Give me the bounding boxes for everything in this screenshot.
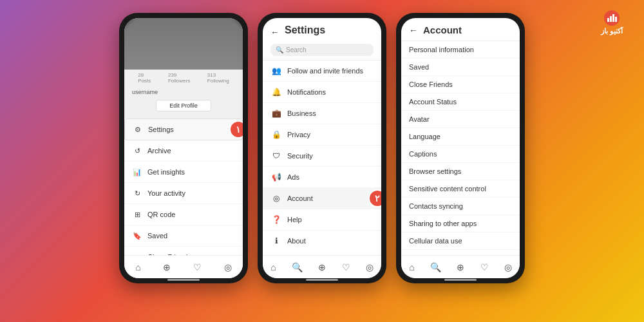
account-item-avatar[interactable]: Avatar xyxy=(401,111,520,128)
privacy-icon: 🔒 xyxy=(270,129,282,140)
account-item-status[interactable]: Account Status xyxy=(401,93,520,111)
nav3-search-icon[interactable]: 🔍 xyxy=(430,262,441,272)
settings-item-privacy[interactable]: 🔒 Privacy xyxy=(263,124,381,146)
settings-item-ads[interactable]: 📢 Ads xyxy=(263,167,381,188)
phone-1-bottom-nav: ⌂ ⊕ ♡ ◎ xyxy=(124,255,243,278)
menu-item-settings[interactable]: ⚙ Settings ۱ xyxy=(124,118,243,140)
about-icon: ℹ xyxy=(270,235,282,247)
svg-rect-1 xyxy=(610,16,612,22)
phone-1-header xyxy=(124,18,243,70)
account-item-cellular[interactable]: Cellular data use xyxy=(401,232,520,250)
search-bar[interactable]: 🔍 Search xyxy=(270,44,374,56)
nav3-home-icon[interactable]: ⌂ xyxy=(409,262,414,272)
saved-icon: 🔖 xyxy=(132,231,142,241)
nav2-home-icon[interactable]: ⌂ xyxy=(270,262,276,272)
phone-3-bottom-nav: ⌂ 🔍 ⊕ ♡ ◎ xyxy=(401,255,520,278)
nav2-add-icon[interactable]: ⊕ xyxy=(318,262,326,272)
settings-icon: ⚙ xyxy=(133,124,143,135)
settings-item-business[interactable]: 💼 Business xyxy=(263,103,381,124)
nav3-add-icon[interactable]: ⊕ xyxy=(457,262,464,272)
account-item-close-friends[interactable]: Close Friends xyxy=(401,76,520,93)
nav3-heart-icon[interactable]: ♡ xyxy=(480,262,489,272)
profile-blur xyxy=(124,18,243,70)
settings-label: Settings xyxy=(148,126,174,133)
phone-3-header: ← Account xyxy=(401,18,520,41)
follow-icon: 👥 xyxy=(270,65,282,77)
settings-item-help[interactable]: ❓ Help xyxy=(263,209,381,231)
step-badge-1: ۱ xyxy=(229,120,243,138)
follow-label: Follow and invite friends xyxy=(287,67,363,75)
phone-2-screen: ← Settings 🔍 Search 👥 Follow and invite … xyxy=(263,18,381,278)
account-icon: ◎ xyxy=(270,193,282,204)
edit-profile-button[interactable]: Edit Profile xyxy=(156,100,211,111)
account-item-sensitive[interactable]: Sensitive content control xyxy=(401,180,520,198)
ads-label: Ads xyxy=(287,173,299,181)
phone-3: ← Account Personal information Saved Clo… xyxy=(396,13,525,283)
phone-2-header: ← Settings 🔍 Search xyxy=(263,18,381,61)
archive-label: Archive xyxy=(147,147,171,155)
nav2-heart-icon[interactable]: ♡ xyxy=(342,262,350,272)
settings-title: Settings xyxy=(285,24,325,36)
settings-item-account[interactable]: ◎ Account ۲ xyxy=(263,188,381,209)
saved-label: Saved xyxy=(147,232,167,240)
nav2-search-icon[interactable]: 🔍 xyxy=(292,262,303,272)
phone-2-bottom-nav: ⌂ 🔍 ⊕ ♡ ◎ xyxy=(263,255,381,278)
menu-item-insights[interactable]: 📊 Get insights xyxy=(124,162,243,183)
nav-profile-icon[interactable]: ◎ xyxy=(224,262,232,272)
settings-item-security[interactable]: 🛡 Security xyxy=(263,146,381,167)
search-placeholder: Search xyxy=(286,46,307,53)
menu-item-archive[interactable]: ↺ Archive xyxy=(124,140,243,162)
account-item-captions[interactable]: Captions xyxy=(401,146,520,163)
settings-list: 👥 Follow and invite friends 🔔 Notificati… xyxy=(263,61,381,247)
phone-1-stats: 28 Posts 239 Followers 313 Following xyxy=(124,70,243,87)
account-item-browser[interactable]: Browser settings xyxy=(401,163,520,180)
menu-item-activity[interactable]: ↻ Your activity xyxy=(124,183,243,204)
business-label: Business xyxy=(287,109,316,117)
stat-2: 239 Followers xyxy=(168,72,190,84)
logo: آکتیو باز xyxy=(586,6,638,39)
menu-item-qr[interactable]: ⊞ QR code xyxy=(124,204,243,225)
nav3-profile-icon[interactable]: ◎ xyxy=(504,262,512,272)
account-item-saved[interactable]: Saved xyxy=(401,59,520,76)
phones-container: 28 Posts 239 Followers 313 Following use… xyxy=(119,13,525,283)
account-list: Personal information Saved Close Friends… xyxy=(401,41,520,250)
home-indicator-2 xyxy=(306,279,338,281)
activity-icon: ↻ xyxy=(132,188,142,198)
search-icon: 🔍 xyxy=(276,46,283,53)
help-label: Help xyxy=(287,216,302,223)
ads-icon: 📢 xyxy=(270,171,282,183)
account-page-title: Account xyxy=(423,24,462,35)
insights-icon: 📊 xyxy=(132,167,142,177)
settings-item-follow[interactable]: 👥 Follow and invite friends xyxy=(263,61,381,82)
security-icon: 🛡 xyxy=(270,150,282,162)
privacy-label: Privacy xyxy=(287,131,310,138)
back-arrow-2[interactable]: ← xyxy=(270,27,279,37)
business-icon: 💼 xyxy=(270,108,282,119)
nav-heart-icon[interactable]: ♡ xyxy=(193,262,202,272)
nav-add-icon[interactable]: ⊕ xyxy=(163,262,171,272)
phone-3-screen: ← Account Personal information Saved Clo… xyxy=(401,18,520,278)
nav2-profile-icon[interactable]: ◎ xyxy=(366,262,374,272)
nav-home-icon[interactable]: ⌂ xyxy=(135,262,140,272)
phone-2: ← Settings 🔍 Search 👥 Follow and invite … xyxy=(258,13,386,283)
account-item-sharing[interactable]: Sharing to other apps xyxy=(401,215,520,232)
account-item-language[interactable]: Language xyxy=(401,128,520,146)
back-arrow-3[interactable]: ← xyxy=(409,25,418,35)
account-label: Account xyxy=(287,194,313,202)
qr-label: QR code xyxy=(147,211,175,218)
home-indicator-3 xyxy=(444,279,477,281)
menu-item-saved[interactable]: 🔖 Saved xyxy=(124,225,243,247)
settings-item-about[interactable]: ℹ About xyxy=(263,231,381,247)
about-label: About xyxy=(287,237,306,245)
account-item-contacts[interactable]: Contacts syncing xyxy=(401,198,520,215)
logo-icon xyxy=(604,10,620,26)
security-label: Security xyxy=(287,152,313,160)
account-item-personal[interactable]: Personal information xyxy=(401,41,520,59)
logo-text: آکتیو باز xyxy=(601,27,623,35)
settings-item-notifications[interactable]: 🔔 Notifications xyxy=(263,82,381,103)
svg-rect-3 xyxy=(615,17,617,22)
svg-rect-2 xyxy=(612,14,614,22)
phone-1-menu: ⚙ Settings ۱ ↺ Archive 📊 Get insights ↻ … xyxy=(124,118,243,278)
stat-3: 313 Following xyxy=(207,72,229,84)
svg-rect-0 xyxy=(607,18,609,22)
